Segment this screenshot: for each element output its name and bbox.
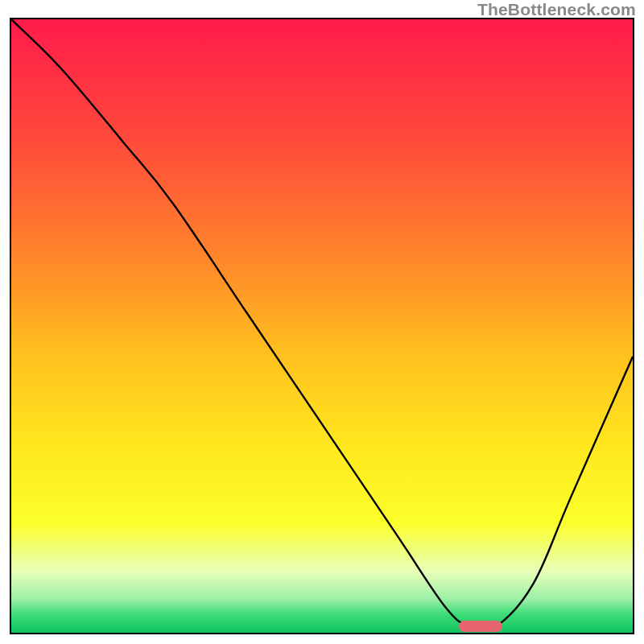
- optimal-range-marker: [459, 621, 502, 632]
- curve-layer: [11, 19, 633, 633]
- watermark-label: TheBottleneck.com: [477, 0, 636, 19]
- plot-area: [10, 18, 634, 634]
- bottleneck-chart: TheBottleneck.com: [0, 0, 644, 644]
- bottleneck-curve: [11, 19, 633, 631]
